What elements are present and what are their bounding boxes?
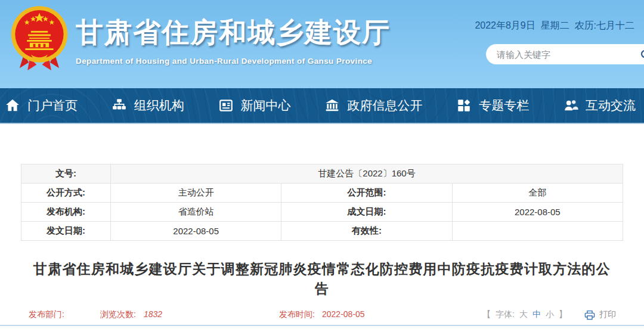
nav-item-label: 门户首页 bbox=[27, 97, 78, 114]
nav-item-home[interactable]: 门户首页 bbox=[5, 97, 78, 114]
open-scope-label: 公开范围: bbox=[281, 184, 452, 203]
font-medium-button[interactable]: 中 bbox=[532, 309, 541, 319]
publish-time-value: 2022-08-05 bbox=[322, 309, 365, 319]
table-row: 发文日期: 2022-08-05 有效性: bbox=[21, 222, 623, 241]
print-label: 打印 bbox=[599, 309, 616, 320]
search-icon[interactable] bbox=[640, 49, 644, 61]
article-title: 甘肃省住房和城乡建设厅关于调整新冠肺炎疫情常态化防控费用中防疫抗疫费计取方法的公… bbox=[30, 259, 614, 299]
publish-dept-label: 发布部门: bbox=[29, 309, 64, 320]
national-emblem-logo[interactable] bbox=[8, 4, 70, 76]
written-date-label: 成文日期: bbox=[281, 203, 452, 222]
open-method-value: 主动公开 bbox=[111, 184, 281, 203]
publish-org-value: 省造价站 bbox=[111, 203, 281, 222]
table-row: 公开方式: 主动公开 公开范围: 全部 bbox=[21, 184, 623, 203]
font-bracket-close: 】 bbox=[559, 309, 567, 319]
open-scope-value: 全部 bbox=[452, 184, 623, 203]
table-row: 文号: 甘建公告〔2022〕160号 bbox=[21, 165, 623, 184]
article-meta-bar: 发布部门: 浏览次数: 1832 发布时间: 2022-08-05 【字体:大中… bbox=[0, 306, 644, 326]
document-info-table: 文号: 甘建公告〔2022〕160号 公开方式: 主动公开 公开范围: 全部 发… bbox=[21, 164, 623, 241]
grid-icon bbox=[456, 98, 472, 113]
publish-time-label: 发布时间: bbox=[279, 309, 315, 320]
font-size-label: 字体: bbox=[496, 309, 515, 319]
font-small-button[interactable]: 小 bbox=[546, 309, 554, 319]
font-size-control: 【字体:大中小】 bbox=[480, 309, 569, 320]
views-value: 1832 bbox=[144, 309, 162, 319]
search-input[interactable] bbox=[486, 44, 644, 64]
site-title-block: 甘肃省住房和城乡建设厅 Department of Housing and Ur… bbox=[76, 14, 391, 66]
nav-item-organization[interactable]: 组织机构 bbox=[112, 97, 184, 114]
doc-number-label: 文号: bbox=[21, 165, 111, 184]
written-date-value: 2022-08-05 bbox=[452, 203, 623, 222]
gov-building-icon bbox=[324, 98, 340, 113]
org-chart-icon bbox=[112, 98, 127, 113]
validity-label: 有效性: bbox=[281, 222, 452, 241]
issue-date-value: 2022-08-05 bbox=[111, 222, 281, 241]
main-nav: 门户首页 组织机构 新闻中心 bbox=[0, 88, 644, 124]
publish-org-label: 发布机构: bbox=[21, 203, 111, 222]
date-line: 2022年8月9日 星期二 农历:七月十二 bbox=[475, 20, 634, 32]
font-large-button[interactable]: 大 bbox=[519, 309, 528, 319]
printer-icon bbox=[584, 310, 595, 320]
nav-item-news[interactable]: 新闻中心 bbox=[218, 97, 291, 114]
issue-date-label: 发文日期: bbox=[21, 222, 111, 241]
site-header: 甘肃省住房和城乡建设厅 Department of Housing and Ur… bbox=[0, 0, 644, 88]
open-method-label: 公开方式: bbox=[21, 184, 111, 203]
nav-item-label: 互动交流 bbox=[586, 97, 636, 114]
views-label: 浏览次数: bbox=[100, 309, 136, 320]
font-bracket-open: 【 bbox=[482, 309, 491, 319]
site-title: 甘肃省住房和城乡建设厅 bbox=[76, 14, 391, 51]
nav-item-label: 专题专栏 bbox=[479, 97, 529, 114]
search-box bbox=[486, 44, 644, 64]
nav-item-label: 新闻中心 bbox=[241, 97, 291, 114]
nav-item-gov-info[interactable]: 政府信息公开 bbox=[324, 97, 422, 114]
nav-item-interaction[interactable]: 互动交流 bbox=[563, 97, 636, 114]
home-icon bbox=[5, 98, 20, 113]
validity-value bbox=[452, 222, 623, 241]
doc-number-value: 甘建公告〔2022〕160号 bbox=[111, 165, 623, 184]
nav-item-label: 组织机构 bbox=[134, 97, 184, 114]
nav-item-special-topics[interactable]: 专题专栏 bbox=[456, 97, 529, 114]
print-button[interactable]: 打印 bbox=[584, 309, 616, 320]
news-icon bbox=[218, 98, 234, 113]
table-row: 发布机构: 省造价站 成文日期: 2022-08-05 bbox=[21, 203, 623, 222]
site-subtitle: Department of Housing and Urban-Rural De… bbox=[76, 57, 391, 66]
people-icon bbox=[563, 98, 578, 113]
nav-item-label: 政府信息公开 bbox=[347, 97, 422, 114]
